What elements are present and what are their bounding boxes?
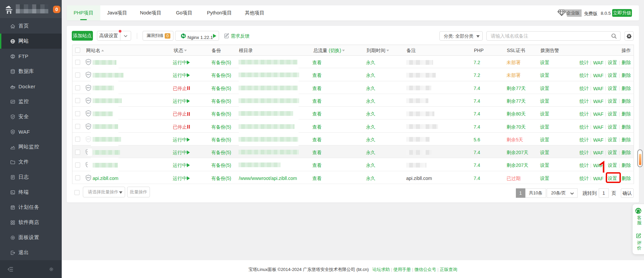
- svg-text:WAF: WAF: [87, 74, 90, 76]
- svg-text:WAF: WAF: [87, 61, 90, 63]
- svg-text:WAF: WAF: [87, 126, 90, 127]
- svg-text:WAF: WAF: [87, 177, 90, 179]
- svg-text:WAF: WAF: [87, 87, 90, 89]
- svg-text:WAF: WAF: [87, 138, 90, 140]
- svg-text:WAF: WAF: [87, 100, 90, 101]
- svg-text:WAF: WAF: [87, 112, 90, 114]
